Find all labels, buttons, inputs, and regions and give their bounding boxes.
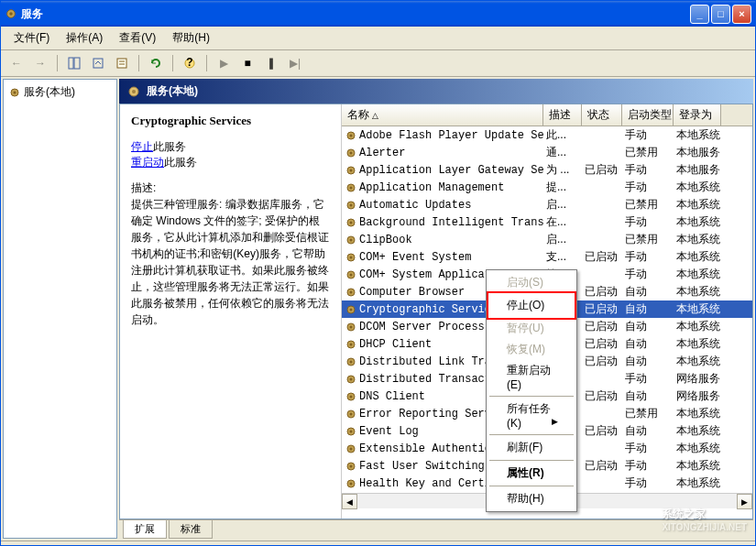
service-desc: 通... <box>543 145 582 160</box>
service-startup: 已禁用 <box>622 406 674 421</box>
column-description[interactable]: 描述 <box>543 104 582 126</box>
svg-point-1 <box>9 12 13 16</box>
svg-point-53 <box>350 464 353 467</box>
service-row[interactable]: Background Intelligent Transfer ...在...手… <box>342 213 752 231</box>
gear-icon <box>345 442 357 455</box>
svg-point-51 <box>350 447 353 450</box>
service-row[interactable]: Alerter通...已禁用本地服务 <box>342 144 752 161</box>
service-startup: 自动 <box>622 319 674 334</box>
service-row[interactable]: Automatic Updates启...已禁用本地系统 <box>342 196 752 213</box>
ctx-help[interactable]: 帮助(H) <box>488 488 575 509</box>
ctx-properties[interactable]: 属性(R) <box>488 463 575 484</box>
tree-item-label: 服务(本地) <box>24 84 75 100</box>
ctx-stop[interactable]: 停止(O) <box>487 291 576 320</box>
menu-action[interactable]: 操作(A) <box>59 28 110 48</box>
refresh-icon[interactable] <box>146 53 166 73</box>
service-name: Automatic Updates <box>359 199 471 212</box>
media-stop-button[interactable]: ■ <box>237 53 257 73</box>
tab-standard[interactable]: 标准 <box>169 520 213 539</box>
properties-icon[interactable] <box>112 53 132 73</box>
service-list-panel: 名称 △ 描述 状态 启动类型 登录为 Adobe Flash Player U… <box>342 104 752 519</box>
service-login: 本地系统 <box>674 475 721 491</box>
service-status: 已启动 <box>582 354 622 369</box>
menu-view[interactable]: 查看(V) <box>112 28 163 48</box>
service-startup: 手动 <box>622 162 674 178</box>
selected-service-name: Cryptographic Services <box>131 114 330 128</box>
service-login: 本地系统 <box>674 127 721 143</box>
svg-point-21 <box>350 186 353 189</box>
service-desc: 为 ... <box>543 162 582 178</box>
gear-icon <box>345 286 357 299</box>
gear-icon <box>345 425 357 438</box>
gear-icon <box>345 390 357 403</box>
ctx-restart[interactable]: 重新启动(E) <box>488 360 575 394</box>
service-row[interactable]: Adobe Flash Player Update Service此...手动本… <box>342 126 752 144</box>
gear-icon <box>345 181 357 194</box>
export-list-icon[interactable] <box>88 53 108 73</box>
statusbar: 暂停 本地计算机 上的服务 Cryptographic Services <box>1 541 755 546</box>
tree-panel: 服务(本地) <box>3 79 117 539</box>
service-login: 本地系统 <box>674 406 721 421</box>
service-name: Computer Browser <box>359 286 465 299</box>
menu-file[interactable]: 文件(F) <box>6 28 57 48</box>
service-status: 已启动 <box>582 301 622 317</box>
maximize-button[interactable]: □ <box>711 5 730 24</box>
ctx-all-tasks[interactable]: 所有任务(K) <box>488 399 575 432</box>
service-row[interactable]: Application Management提...手动本地系统 <box>342 179 752 196</box>
media-pause-button[interactable]: ∥ <box>261 53 281 73</box>
service-desc: 启... <box>543 197 582 213</box>
gear-icon <box>345 373 357 386</box>
service-login: 本地系统 <box>674 284 721 300</box>
panel-header: 服务(本地) <box>119 79 753 104</box>
svg-point-25 <box>350 221 353 224</box>
svg-point-41 <box>350 360 353 363</box>
gear-icon <box>345 477 357 490</box>
svg-rect-4 <box>93 59 103 68</box>
service-startup: 已禁用 <box>622 197 674 213</box>
stop-service-link[interactable]: 停止 <box>131 140 153 153</box>
service-status: 已启动 <box>582 423 622 439</box>
tab-extended[interactable]: 扩展 <box>123 520 167 539</box>
restart-service-link[interactable]: 重启动 <box>131 156 164 169</box>
scroll-left-button[interactable]: ◀ <box>342 494 357 509</box>
service-login: 本地服务 <box>674 162 721 178</box>
column-startup-type[interactable]: 启动类型 <box>622 104 674 126</box>
service-startup: 手动 <box>622 371 674 387</box>
ctx-pause: 暂停(U) <box>488 318 575 339</box>
svg-point-27 <box>350 238 353 241</box>
close-button[interactable]: × <box>732 5 751 24</box>
column-name[interactable]: 名称 △ <box>342 104 543 126</box>
gear-icon <box>345 338 357 351</box>
service-startup: 手动 <box>622 458 674 474</box>
svg-point-39 <box>350 343 353 345</box>
service-row[interactable]: ClipBook启...已禁用本地系统 <box>342 231 752 248</box>
ctx-resume: 恢复(M) <box>488 339 575 360</box>
show-hide-icon[interactable] <box>64 53 84 73</box>
svg-point-13 <box>132 90 136 93</box>
service-login: 网络服务 <box>674 388 721 404</box>
service-login: 本地系统 <box>674 249 721 265</box>
ctx-refresh[interactable]: 刷新(F) <box>488 437 575 458</box>
svg-point-43 <box>350 377 353 380</box>
nav-back-button: ← <box>6 53 27 73</box>
column-logon-as[interactable]: 登录为 <box>674 104 721 126</box>
tree-item-services-local[interactable]: 服务(本地) <box>7 83 113 101</box>
service-row[interactable]: Application Layer Gateway Service为 ...已启… <box>342 161 752 179</box>
column-status[interactable]: 状态 <box>582 104 622 126</box>
service-startup: 已禁用 <box>622 145 674 160</box>
gear-icon <box>345 268 357 281</box>
service-desc: 在... <box>543 214 582 230</box>
gear-icon <box>345 321 357 333</box>
service-startup: 手动 <box>622 475 674 491</box>
menu-help[interactable]: 帮助(H) <box>165 28 217 48</box>
minimize-button[interactable]: _ <box>690 5 709 24</box>
app-icon <box>5 7 17 20</box>
svg-point-19 <box>350 169 353 171</box>
gear-icon <box>345 408 357 420</box>
service-row[interactable]: COM+ Event System支...已启动手动本地系统 <box>342 248 752 266</box>
help-icon[interactable]: ? <box>180 53 200 73</box>
service-login: 本地系统 <box>674 354 721 369</box>
scroll-right-button[interactable]: ▶ <box>737 494 752 509</box>
service-login: 本地系统 <box>674 336 721 352</box>
gear-icon <box>345 216 357 229</box>
